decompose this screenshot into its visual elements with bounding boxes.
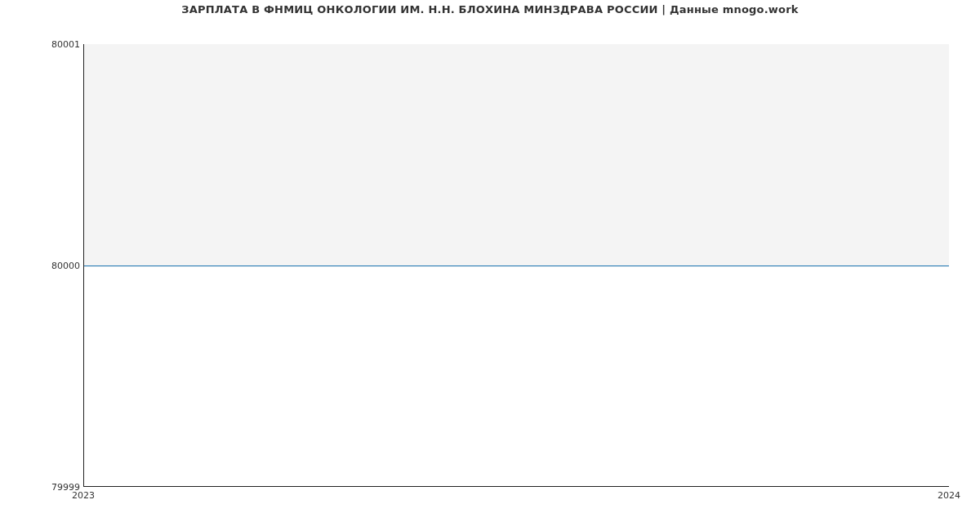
plot-area — [83, 44, 949, 487]
series-line — [84, 266, 949, 266]
y-tick-label: 80001 — [3, 39, 80, 50]
y-tick-label: 80000 — [3, 261, 80, 271]
x-tick-label: 2023 — [72, 490, 95, 501]
x-tick-label: 2024 — [938, 490, 960, 501]
y-tick-label: 79999 — [3, 482, 80, 493]
chart-container: ЗАРПЛАТА В ФНМИЦ ОНКОЛОГИИ ИМ. Н.Н. БЛОХ… — [0, 0, 980, 531]
chart-title: ЗАРПЛАТА В ФНМИЦ ОНКОЛОГИИ ИМ. Н.Н. БЛОХ… — [0, 3, 980, 16]
plot-lower-mask — [84, 267, 949, 486]
